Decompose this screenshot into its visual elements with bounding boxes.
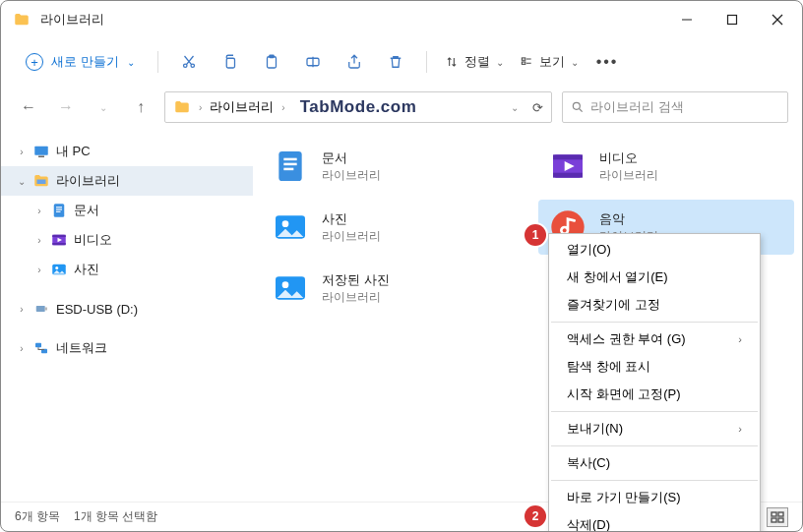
svg-rect-18 — [38, 156, 44, 158]
copy-button[interactable] — [212, 44, 249, 80]
context-menu: 열기(O)새 창에서 열기(E)즐겨찾기에 고정액세스 권한 부여 (G)›탐색… — [548, 233, 761, 532]
chevron-down-icon: ⌄ — [127, 57, 135, 68]
context-menu-item-8[interactable]: 보내기(N)› — [549, 415, 760, 443]
menu-separator — [551, 480, 758, 481]
up-button[interactable]: ↑ — [127, 93, 154, 121]
sidebar-item-0[interactable]: › 내 PC — [1, 137, 253, 166]
window-controls — [664, 4, 800, 35]
sort-button[interactable]: 정렬 ⌄ — [439, 49, 510, 75]
library-item-0[interactable]: 문서 라이브러리 — [261, 139, 517, 194]
context-menu-item-12[interactable]: 바로 가기 만들기(S) — [549, 484, 760, 511]
tree-icon — [32, 172, 50, 190]
tree-label: 내 PC — [56, 143, 91, 160]
item-subtitle: 라이브러리 — [599, 167, 658, 184]
tree-icon — [32, 300, 50, 318]
sidebar-item-3[interactable]: › 비디오 — [1, 225, 253, 255]
search-placeholder: 라이브러리 검색 — [590, 98, 684, 116]
sidebar-item-4[interactable]: › 사진 — [1, 255, 253, 284]
menu-item-label: 바로 가기 만들기(S) — [567, 489, 681, 506]
library-item-2[interactable]: 사진 라이브러리 — [261, 200, 517, 255]
svg-rect-20 — [54, 204, 65, 217]
view-button[interactable]: 보기 ⌄ — [514, 49, 585, 75]
new-button[interactable]: + 새로 만들기 ⌄ — [15, 46, 146, 78]
search-box[interactable]: 라이브러리 검색 — [562, 91, 788, 123]
forward-button[interactable]: → — [52, 93, 80, 121]
item-icon — [546, 145, 589, 188]
sidebar-item-2[interactable]: › 문서 — [1, 196, 253, 225]
tree-caret-icon: › — [34, 235, 44, 246]
context-menu-item-6[interactable]: 시작 화면에 고정(P) — [549, 381, 760, 408]
sidebar-item-8[interactable]: › 네트워크 — [1, 333, 253, 363]
back-button[interactable]: ← — [15, 93, 42, 121]
tree-label: ESD-USB (D:) — [56, 302, 138, 317]
context-menu-item-5[interactable]: 탐색 창에 표시 — [549, 353, 760, 381]
svg-rect-39 — [553, 154, 583, 159]
refresh-icon[interactable]: ⟳ — [532, 100, 543, 115]
callout-badge-2: 2 — [525, 505, 546, 527]
tree-caret-icon: › — [34, 206, 44, 216]
svg-point-46 — [282, 281, 289, 288]
sidebar-item-1[interactable]: ⌄ 라이브러리 — [1, 166, 253, 196]
view-label: 보기 — [539, 53, 565, 71]
context-menu-item-13[interactable]: 삭제(D) — [549, 511, 760, 532]
svg-rect-37 — [283, 168, 293, 171]
tree-label: 라이브러리 — [56, 172, 120, 190]
close-button[interactable] — [755, 4, 800, 35]
svg-rect-52 — [772, 518, 776, 522]
icons-view-button[interactable] — [767, 507, 788, 527]
sidebar-item-6[interactable]: › ESD-USB (D:) — [1, 294, 253, 324]
titlebar: 라이브러리 — [1, 1, 802, 38]
item-icon — [269, 206, 312, 249]
delete-button[interactable] — [377, 44, 414, 80]
tree-icon — [32, 143, 50, 160]
submenu-arrow-icon: › — [738, 333, 742, 345]
new-button-label: 새로 만들기 — [51, 53, 119, 71]
folder-icon — [173, 98, 191, 116]
menu-item-label: 즐겨찾기에 고정 — [567, 296, 660, 314]
more-button[interactable]: ••• — [588, 49, 627, 75]
context-menu-item-10[interactable]: 복사(C) — [549, 449, 760, 477]
nav-row: ← → ⌄ ↑ › 라이브러리 › TabMode.com ⌄ ⟳ 라이브러리 … — [1, 86, 802, 129]
svg-rect-35 — [283, 158, 296, 161]
chevron-down-icon[interactable]: ⌄ — [511, 102, 519, 113]
tree-caret-icon: ⌄ — [17, 176, 27, 187]
context-menu-item-0[interactable]: 열기(O) — [549, 236, 760, 264]
svg-rect-32 — [35, 343, 41, 348]
tree-icon — [50, 231, 68, 249]
paste-button[interactable] — [253, 44, 290, 80]
recent-button[interactable]: ⌄ — [90, 93, 117, 121]
tree-label: 네트워크 — [56, 339, 107, 357]
svg-rect-53 — [778, 518, 783, 522]
menu-item-label: 보내기(N) — [567, 420, 623, 438]
sort-label: 정렬 — [464, 53, 490, 71]
svg-rect-6 — [226, 58, 234, 68]
context-menu-item-2[interactable]: 즐겨찾기에 고정 — [549, 291, 760, 319]
svg-point-15 — [573, 102, 580, 109]
svg-rect-25 — [52, 235, 66, 237]
svg-rect-12 — [522, 62, 525, 64]
library-item-1[interactable]: 비디오 라이브러리 — [538, 139, 794, 194]
share-button[interactable] — [336, 44, 373, 80]
svg-rect-40 — [553, 173, 583, 178]
svg-rect-26 — [52, 243, 66, 245]
toolbar: + 새로 만들기 ⌄ 정렬 ⌄ 보기 ⌄ ••• — [1, 38, 802, 86]
menu-item-label: 액세스 권한 부여 (G) — [567, 330, 686, 348]
context-menu-item-4[interactable]: 액세스 권한 부여 (G)› — [549, 325, 760, 353]
library-item-4[interactable]: 저장된 사진 라이브러리 — [261, 261, 517, 316]
status-selected: 1개 항목 선택함 — [74, 508, 157, 525]
tree-caret-icon: › — [34, 265, 44, 275]
context-menu-item-1[interactable]: 새 창에서 열기(E) — [549, 264, 760, 291]
minimize-button[interactable] — [664, 4, 710, 35]
tree-icon — [50, 202, 68, 219]
item-title: 저장된 사진 — [322, 271, 390, 289]
cut-button[interactable] — [170, 44, 208, 80]
svg-rect-21 — [56, 207, 62, 207]
rename-button[interactable] — [294, 44, 332, 80]
chevron-down-icon: ⌄ — [571, 57, 579, 68]
address-bar[interactable]: › 라이브러리 › TabMode.com ⌄ ⟳ — [164, 91, 552, 123]
menu-item-label: 탐색 창에 표시 — [567, 358, 650, 376]
svg-rect-34 — [278, 151, 301, 181]
maximize-button[interactable] — [710, 4, 755, 35]
plus-icon: + — [26, 53, 43, 71]
svg-rect-17 — [34, 147, 48, 155]
